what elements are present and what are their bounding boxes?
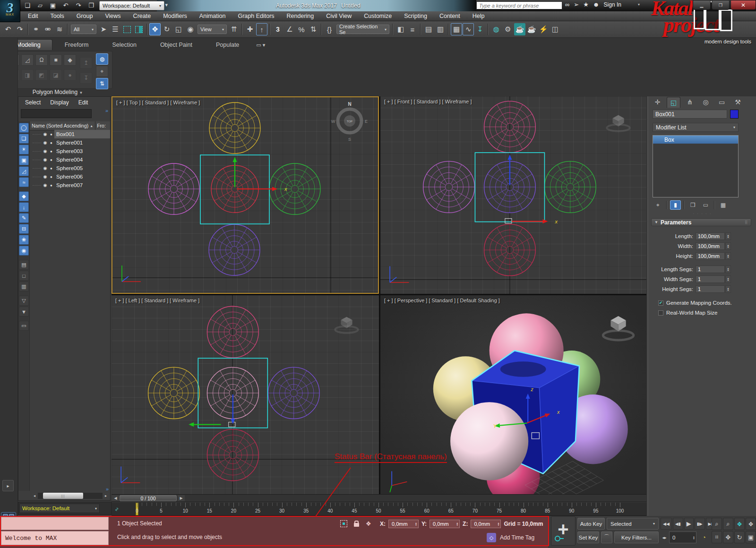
selection-set-filter-dropdown[interactable]: Selected ▾ — [607, 518, 659, 530]
pm-side-1-icon[interactable]: ◍ — [96, 53, 108, 65]
visibility-eye-icon[interactable]: ◉ — [42, 140, 48, 145]
visibility-eye-icon[interactable]: ◉ — [42, 183, 48, 188]
unlink-selection-icon[interactable]: ⚮ — [42, 23, 53, 35]
object-name-label[interactable]: Sphere003 — [56, 148, 83, 154]
show-end-result-icon[interactable]: ▮ — [670, 200, 681, 210]
previous-frame-icon[interactable]: ◀▮ — [673, 518, 683, 530]
menu-modifiers[interactable]: Modifiers — [157, 11, 193, 21]
ribbon-tab-object-paint[interactable]: Object Paint — [149, 40, 204, 50]
workspace-dropdown[interactable]: Workspace: Default ▾ — [99, 1, 164, 10]
name-column-header[interactable]: Name (Sorted Ascending) — [32, 123, 88, 128]
pm-shift-1-icon[interactable]: ↥ — [80, 57, 92, 68]
menu-help[interactable]: Help — [466, 11, 491, 21]
object-color-swatch[interactable] — [730, 110, 739, 119]
schematic-view-icon[interactable]: ↧ — [474, 23, 486, 35]
rendered-frame-icon[interactable]: ☕ — [514, 23, 525, 35]
spinner-icon[interactable]: ▲▼ — [725, 285, 731, 293]
visibility-eye-icon[interactable]: ◉ — [42, 174, 48, 179]
table-row[interactable]: ◉●Sphere003 — [30, 147, 110, 155]
menu-animation[interactable]: Animation — [193, 11, 232, 21]
display-xrefs-icon[interactable]: ↓ — [19, 202, 29, 212]
y-coordinate-field[interactable]: 0,0mm▲▼ — [430, 520, 460, 528]
community-cursor-icon[interactable]: ➢ — [574, 1, 579, 8]
panel-grip[interactable]: · · · · · — [649, 212, 756, 216]
modifier-stack-row[interactable]: Box — [653, 136, 738, 144]
rect-selection-region-icon[interactable] — [121, 23, 133, 35]
display-shapes-icon[interactable]: ❏ — [19, 134, 29, 144]
tab-utilities[interactable]: ⚒ — [731, 97, 745, 108]
use-pivot-center-icon[interactable]: ⇈ — [228, 23, 240, 35]
display-containers-icon[interactable]: ⊟ — [19, 224, 29, 234]
project-folder-icon[interactable]: ❐ — [86, 1, 96, 10]
table-row[interactable]: ◉●Sphere004 — [30, 155, 110, 164]
renderable-dot-icon[interactable]: ● — [48, 158, 54, 162]
ribbon-tab-selection[interactable]: Selection — [101, 40, 147, 50]
time-slider-thumb[interactable]: 0 / 100 — [120, 495, 177, 501]
named-selection-sets-icon[interactable]: {} — [324, 23, 335, 35]
layer-explorer-toggle-icon[interactable]: ▥ — [435, 23, 446, 35]
maxscript-mini-listener[interactable]: Welcome to MAX — [1, 517, 109, 545]
select-link-icon[interactable]: ⚭ — [30, 23, 42, 35]
viewport-perspective-label[interactable]: [ + ] [ Perspective ] [ Standard ] [ Def… — [384, 298, 500, 303]
selection-set-dropdown[interactable]: Create Selection Se▾ — [336, 25, 389, 34]
filter-combinations-icon[interactable]: ▽ — [19, 296, 29, 306]
menu-graph-editors[interactable]: Graph Editors — [232, 11, 280, 21]
app-logo[interactable]: 3 MAX — [0, 0, 20, 22]
selection-lock-icon[interactable] — [354, 523, 359, 527]
render-setup-icon[interactable]: ⚙ — [502, 23, 514, 35]
parameters-rollout-header[interactable]: ▼ Parameters ⣿ — [651, 218, 751, 226]
undo-drop-icon[interactable]: ↶ — [61, 1, 70, 10]
new-file-icon[interactable]: ❏ — [23, 1, 32, 10]
render-production-icon[interactable]: ☕ — [526, 23, 537, 35]
open-file-icon[interactable]: ▱ — [35, 1, 45, 10]
column-divider[interactable] — [95, 121, 95, 130]
add-time-tag[interactable]: ◇ Add Time Tag — [487, 533, 534, 542]
select-and-move-icon[interactable]: ✥ — [149, 23, 161, 35]
zoom-region-icon[interactable]: ⌗ — [712, 531, 722, 543]
search-input[interactable] — [476, 1, 562, 9]
explorer-menu-edit[interactable]: Edit — [78, 99, 88, 106]
current-frame-field[interactable]: 0▲▼ — [669, 531, 696, 543]
menu-rendering[interactable]: Rendering — [281, 11, 320, 21]
display-materials-icon[interactable]: ✎ — [19, 213, 29, 223]
mirror-icon[interactable]: ◧ — [395, 23, 406, 35]
maximize-viewport-icon[interactable]: ▣ — [746, 531, 756, 543]
align-icon[interactable]: ≡ — [407, 23, 418, 35]
spinner-icon[interactable]: ▲▼ — [725, 265, 731, 273]
new-container-icon[interactable]: ▭ — [19, 321, 29, 331]
sync-selection-icon[interactable]: □ — [19, 271, 29, 281]
scene-explorer-header[interactable]: Name (Sorted Ascending) ▲ Fro: — [30, 121, 110, 130]
absolute-offset-icon[interactable]: ❖ — [366, 520, 371, 527]
modifier-list-dropdown[interactable]: Modifier List ▾ — [653, 123, 739, 132]
isolate-selection-icon[interactable] — [340, 520, 347, 527]
spinner-icon[interactable]: ▲▼ — [725, 275, 731, 283]
table-row[interactable]: ◉●Sphere006 — [30, 172, 110, 181]
favorites-star-icon[interactable]: ★ — [583, 1, 589, 8]
object-name-label[interactable]: Sphere004 — [56, 157, 83, 163]
restore-button[interactable]: ❐ — [712, 0, 730, 10]
generate-mapping-checkbox[interactable]: ✔ — [658, 300, 663, 306]
expand-rail-button[interactable]: ▸ — [2, 480, 14, 491]
pan-icon[interactable]: ✥ — [723, 531, 733, 543]
modifier-stack[interactable]: Box — [653, 135, 739, 197]
spinner-snap-icon[interactable]: ⇅ — [308, 23, 319, 35]
close-button[interactable]: ✕ — [730, 0, 756, 10]
renderable-dot-icon[interactable]: ● — [48, 149, 54, 154]
ribbon-tab-populate[interactable]: Populate — [205, 40, 250, 50]
object-name-field[interactable]: Box001 — [653, 110, 727, 119]
next-frame-arrow[interactable]: ▶ — [178, 495, 185, 501]
auto-key-button[interactable]: Auto Key — [577, 518, 605, 530]
pm-tool-2-icon[interactable]: ◨ — [21, 69, 34, 81]
scrollbar-track[interactable]: ||| — [38, 493, 103, 499]
menu-content[interactable]: Content — [433, 11, 466, 21]
ribbon-tab-freeform[interactable]: Freeform — [53, 40, 100, 50]
save-file-icon[interactable]: ▣ — [48, 1, 58, 10]
explorer-menu-select[interactable]: Select — [25, 99, 41, 106]
key-filters-button[interactable]: Key Filters... — [614, 531, 659, 543]
table-row[interactable]: ◉●Box001 — [30, 130, 110, 138]
chevron-more-icon[interactable]: » — [106, 486, 108, 492]
display-spacewarps-icon[interactable]: ≈ — [19, 177, 29, 187]
viewport-canvas[interactable] — [112, 295, 379, 494]
chevron-down-icon[interactable]: ▾ — [638, 2, 640, 7]
height-field[interactable]: 100,0mm — [696, 252, 725, 260]
